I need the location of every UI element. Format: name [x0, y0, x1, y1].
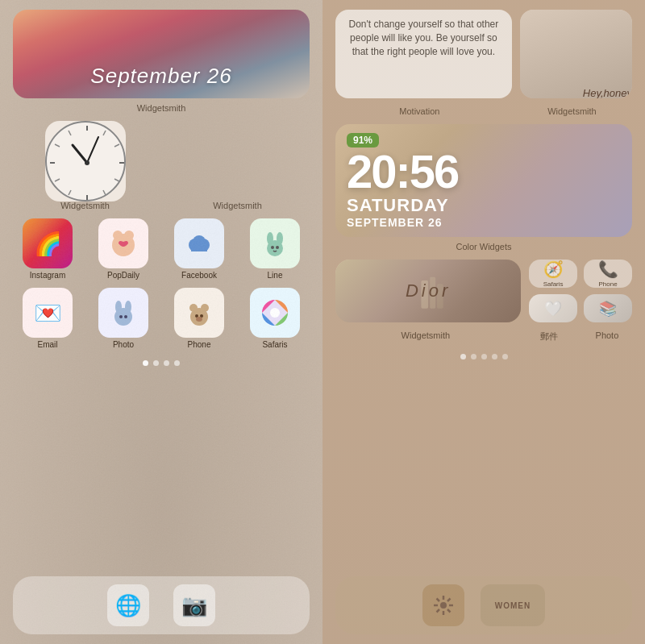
top-widget-labels: Motivation Widgetsmith — [335, 106, 632, 116]
popdaily-label: PopDaily — [107, 271, 139, 280]
instagram-app[interactable]: 🌈 Instagram — [13, 218, 82, 280]
popdaily-app[interactable]: PopDaily — [89, 218, 158, 280]
dock-left: 🌐 📷 — [13, 576, 310, 634]
svg-point-38 — [125, 301, 131, 314]
day-display: SATURDAY — [347, 195, 621, 216]
svg-point-43 — [201, 304, 209, 312]
safaris-app-left[interactable]: Safaris — [240, 288, 310, 349]
medium-widgets-row: Widgetsmith — [13, 121, 310, 210]
email-icon[interactable]: 💌 — [23, 288, 73, 338]
line-icon[interactable] — [250, 218, 300, 268]
books-icon-right: 📚 — [599, 300, 617, 318]
page-dots-left — [13, 357, 310, 369]
color-widget-label: Color Widgets — [335, 242, 632, 251]
bear2-icon — [184, 297, 214, 328]
dior-text: Dior — [406, 280, 451, 301]
clock-widget[interactable] — [45, 121, 126, 202]
top-widgets-row: Don't change yourself so that other peop… — [335, 10, 632, 98]
small-app-grid: 🧭 Safaris 📞 Phone 🤍 📚 — [529, 260, 632, 322]
dot-r2 — [471, 354, 476, 359]
email-app[interactable]: 💌 Email — [13, 288, 82, 349]
svg-line-13 — [87, 137, 98, 163]
sunset-widget[interactable]: September 26 — [13, 10, 310, 98]
dior-widget-label: Widgetsmith — [335, 330, 516, 343]
svg-line-57 — [437, 599, 440, 602]
svg-point-35 — [276, 246, 279, 249]
dot-4 — [174, 360, 180, 366]
email-label: Email — [37, 340, 57, 349]
photo-icon-left[interactable] — [98, 288, 148, 338]
quote-text: Don't change yourself so that other peop… — [349, 19, 499, 57]
svg-point-34 — [271, 246, 274, 249]
svg-line-12 — [73, 145, 87, 163]
safari-dock-icon[interactable]: 🌐 — [107, 584, 149, 626]
clock-widget-wrap: Widgetsmith — [13, 121, 157, 210]
color-widget[interactable]: 91% 20:56 SATURDAY SEPTEMBER 26 — [335, 124, 632, 237]
phone-icon-right: 📞 — [598, 260, 618, 279]
photo-app-right[interactable]: 🤍 — [529, 294, 577, 322]
time-display: 20:56 — [347, 148, 621, 195]
photo-label-left: Photo — [113, 340, 134, 349]
svg-line-8 — [55, 179, 60, 181]
svg-point-42 — [189, 304, 198, 312]
clock-face — [45, 121, 126, 202]
app-grid-row2: 💌 Email Photo — [13, 288, 310, 349]
cloud-icon — [183, 227, 215, 260]
facebook-icon[interactable] — [174, 218, 224, 268]
honey-widget[interactable]: Hey,honey — [520, 10, 632, 98]
mail-label: 郵件 — [524, 330, 574, 343]
instagram-icon[interactable]: 🌈 — [23, 218, 73, 268]
phone-app-right[interactable]: 📞 Phone — [584, 260, 632, 288]
svg-line-5 — [103, 190, 106, 195]
dot-2 — [153, 360, 159, 366]
svg-line-11 — [69, 131, 71, 135]
svg-line-60 — [437, 609, 440, 613]
left-phone: September 26 Widgetsmith — [0, 0, 322, 644]
date-display: SEPTEMBER 26 — [347, 216, 621, 229]
dior-widget[interactable]: Dior — [335, 260, 521, 322]
color-widget-inner: 91% 20:56 SATURDAY SEPTEMBER 26 — [335, 124, 632, 237]
svg-point-14 — [85, 160, 89, 165]
clock-ticks — [47, 123, 126, 202]
women-dock-icon[interactable]: WOMEN — [481, 584, 545, 626]
svg-line-1 — [103, 131, 106, 135]
dot-r1 — [460, 354, 466, 359]
safaris-label-left: Safaris — [262, 340, 287, 349]
dot-r4 — [492, 354, 497, 359]
phone-app-left[interactable]: Phone — [164, 288, 234, 349]
dock-right: WOMEN — [335, 576, 632, 634]
sunset-widget-label: Widgetsmith — [13, 103, 310, 113]
safaris-app-right[interactable]: 🧭 Safaris — [529, 260, 577, 288]
popdaily-icon[interactable] — [98, 218, 148, 268]
bunny-icon — [259, 227, 291, 260]
camera-dock-icon[interactable]: 📷 — [173, 584, 215, 626]
page-dots-right — [335, 351, 632, 363]
line-app[interactable]: Line — [240, 218, 310, 280]
phone-label-left: Phone — [188, 340, 211, 349]
honey-widget-label: Widgetsmith — [512, 106, 632, 116]
svg-line-59 — [447, 599, 451, 602]
date-text: September 26 — [13, 64, 310, 89]
colorwheel-icon — [260, 297, 290, 328]
phone-icon-left[interactable] — [174, 288, 224, 338]
facebook-label: Facebook — [181, 271, 217, 280]
dot-1 — [143, 360, 148, 366]
svg-point-46 — [196, 317, 202, 322]
phone-label-right: Phone — [598, 280, 617, 288]
bunny2-icon — [108, 297, 139, 328]
honey-text: Hey,honey — [583, 86, 632, 98]
svg-point-52 — [440, 602, 447, 609]
books-app-right[interactable]: 📚 — [584, 294, 632, 322]
svg-line-58 — [447, 609, 451, 613]
quote-widget[interactable]: Don't change yourself so that other peop… — [335, 10, 512, 98]
right-app-area: Dior 🧭 Safaris 📞 Phone — [335, 260, 632, 322]
facebook-app[interactable]: Facebook — [164, 218, 234, 280]
photo-app-left[interactable]: Photo — [89, 288, 158, 349]
svg-rect-30 — [191, 245, 207, 251]
dot-r5 — [502, 354, 508, 359]
settings-dock-icon[interactable] — [422, 584, 464, 626]
app-grid-row1: 🌈 Instagram PopDaily — [13, 218, 310, 280]
svg-point-33 — [277, 232, 283, 245]
instagram-label: Instagram — [30, 271, 65, 280]
safaris-icon-left[interactable] — [250, 288, 300, 338]
